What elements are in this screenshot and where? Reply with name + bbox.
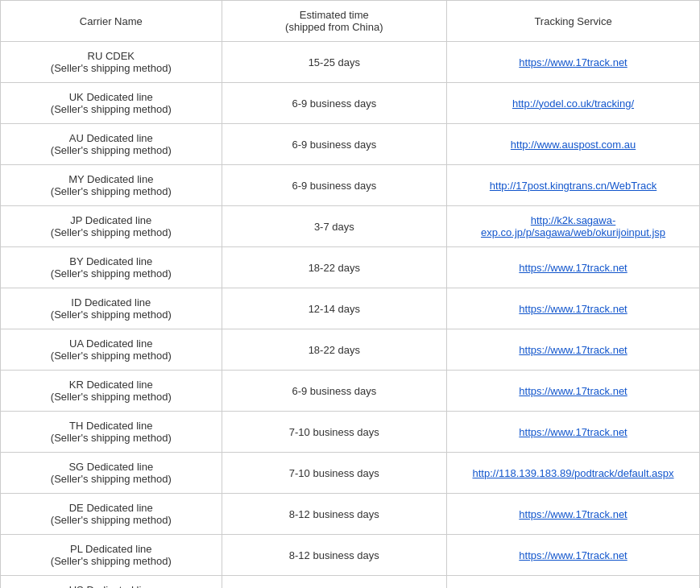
tracking-link[interactable]: https://www.17track.net xyxy=(519,56,627,68)
carrier-name: ID Dedicated line(Seller's shipping meth… xyxy=(1,288,222,329)
tracking-service[interactable]: https://www.17track.net xyxy=(447,247,700,288)
tracking-link[interactable]: http://17post.kingtrans.cn/WebTrack xyxy=(490,180,657,192)
table-row: TH Dedicated line(Seller's shipping meth… xyxy=(1,412,700,453)
table-row: AU Dedicated line(Seller's shipping meth… xyxy=(1,124,700,165)
carrier-name: US Dedicated line(Seller's shipping meth… xyxy=(1,576,222,589)
tracking-service[interactable]: https://www.17track.net xyxy=(447,535,700,576)
tracking-link[interactable]: http://yodel.co.uk/tracking/ xyxy=(512,97,634,110)
carrier-name: SG Dedicated line(Seller's shipping meth… xyxy=(1,453,222,494)
table-row: PL Dedicated line(Seller's shipping meth… xyxy=(1,535,700,576)
table-row: UK Dedicated line(Seller's shipping meth… xyxy=(1,83,700,124)
estimated-time: 8-12 business days xyxy=(222,494,447,535)
table-row: RU CDEK(Seller's shipping method)15-25 d… xyxy=(1,42,700,83)
header-time: Estimated time(shipped from China) xyxy=(222,1,447,42)
carrier-name: DE Dedicated line(Seller's shipping meth… xyxy=(1,494,222,535)
tracking-link[interactable]: http://118.139.183.89/podtrack/default.a… xyxy=(473,467,674,479)
header-carrier: Carrier Name xyxy=(1,1,222,42)
carrier-name: RU CDEK(Seller's shipping method) xyxy=(1,42,222,83)
tracking-link[interactable]: https://www.17track.net xyxy=(519,508,627,520)
carrier-name: UA Dedicated line(Seller's shipping meth… xyxy=(1,329,222,371)
table-row: DE Dedicated line(Seller's shipping meth… xyxy=(1,494,700,535)
table-row: JP Dedicated line(Seller's shipping meth… xyxy=(1,206,700,247)
tracking-link[interactable]: https://www.17track.net xyxy=(519,303,627,315)
table-row: KR Dedicated line(Seller's shipping meth… xyxy=(1,371,700,412)
carrier-name: KR Dedicated line(Seller's shipping meth… xyxy=(1,371,222,412)
estimated-time: 18-22 days xyxy=(222,329,447,371)
estimated-time: 6-9 business days xyxy=(222,124,447,165)
tracking-service[interactable]: http://17post.kingtrans.cn/WebTrack xyxy=(447,165,700,206)
estimated-time: 6-9 business days xyxy=(222,83,447,124)
tracking-service[interactable]: http://www.auspost.com.au xyxy=(447,124,700,165)
carrier-name: JP Dedicated line(Seller's shipping meth… xyxy=(1,206,222,247)
carrier-name: TH Dedicated line(Seller's shipping meth… xyxy=(1,412,222,453)
tracking-service[interactable]: http://yodel.co.uk/tracking/ xyxy=(447,83,700,124)
carrier-name: AU Dedicated line(Seller's shipping meth… xyxy=(1,124,222,165)
table-row: UA Dedicated line(Seller's shipping meth… xyxy=(1,329,700,371)
estimated-time: 3-7 days xyxy=(222,206,447,247)
tracking-link[interactable]: http://k2k.sagawa-exp.co.jp/p/sagawa/web… xyxy=(481,214,665,238)
carrier-name: PL Dedicated line(Seller's shipping meth… xyxy=(1,535,222,576)
estimated-time: 8-12 business days xyxy=(222,535,447,576)
estimated-time: 6-9 business days xyxy=(222,165,447,206)
carrier-name: BY Dedicated line(Seller's shipping meth… xyxy=(1,247,222,288)
estimated-time: 15-25 days xyxy=(222,42,447,83)
tracking-service[interactable]: https://www.17track.net xyxy=(447,288,700,329)
tracking-link[interactable]: http://www.auspost.com.au xyxy=(511,139,636,151)
estimated-time: 6-9 business days xyxy=(222,576,447,589)
estimated-time: 6-9 business days xyxy=(222,371,447,412)
table-row: SG Dedicated line(Seller's shipping meth… xyxy=(1,453,700,494)
table-row: MY Dedicated line(Seller's shipping meth… xyxy=(1,165,700,206)
table-row: US Dedicated line(Seller's shipping meth… xyxy=(1,576,700,589)
tracking-service[interactable]: https://www.17track.net xyxy=(447,329,700,371)
table-row: ID Dedicated line(Seller's shipping meth… xyxy=(1,288,700,329)
tracking-service[interactable]: https://www.17track.net xyxy=(447,576,700,589)
tracking-link[interactable]: https://www.17track.net xyxy=(519,426,627,438)
tracking-service[interactable]: https://www.17track.net xyxy=(447,371,700,412)
estimated-time: 12-14 days xyxy=(222,288,447,329)
tracking-link[interactable]: https://www.17track.net xyxy=(519,344,627,356)
shipping-table: Carrier Name Estimated time(shipped from… xyxy=(0,0,700,588)
tracking-service[interactable]: http://k2k.sagawa-exp.co.jp/p/sagawa/web… xyxy=(447,206,700,247)
tracking-service[interactable]: https://www.17track.net xyxy=(447,494,700,535)
table-row: BY Dedicated line(Seller's shipping meth… xyxy=(1,247,700,288)
tracking-link[interactable]: https://www.17track.net xyxy=(519,385,627,397)
tracking-service[interactable]: https://www.17track.net xyxy=(447,412,700,453)
estimated-time: 7-10 business days xyxy=(222,453,447,494)
header-tracking: Tracking Service xyxy=(447,1,700,42)
carrier-name: UK Dedicated line(Seller's shipping meth… xyxy=(1,83,222,124)
tracking-link[interactable]: https://www.17track.net xyxy=(519,262,627,274)
estimated-time: 18-22 days xyxy=(222,247,447,288)
estimated-time: 7-10 business days xyxy=(222,412,447,453)
carrier-name: MY Dedicated line(Seller's shipping meth… xyxy=(1,165,222,206)
tracking-link[interactable]: https://www.17track.net xyxy=(519,549,627,561)
tracking-service[interactable]: https://www.17track.net xyxy=(447,42,700,83)
tracking-service[interactable]: http://118.139.183.89/podtrack/default.a… xyxy=(447,453,700,494)
